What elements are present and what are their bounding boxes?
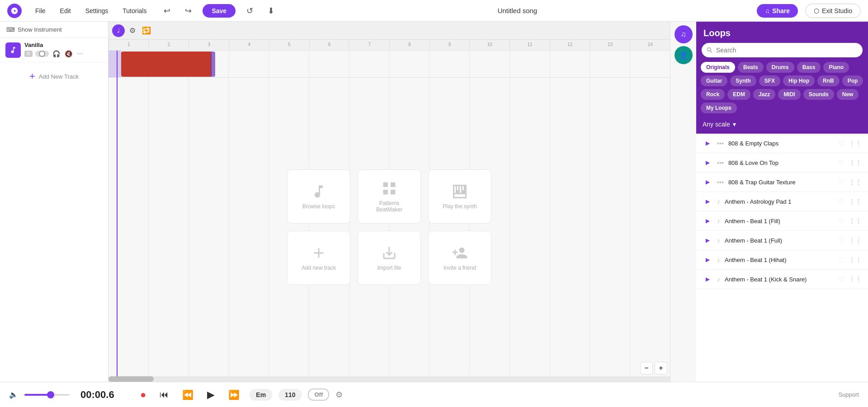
track-icon xyxy=(5,42,21,58)
download-button[interactable]: ⬇ xyxy=(264,4,278,18)
loop-region-button[interactable]: 🔁 xyxy=(140,24,153,37)
metronome-toggle[interactable]: Off xyxy=(308,388,329,401)
invite-friend-card[interactable]: Invite a friend xyxy=(428,231,491,285)
loop-play-button[interactable]: ▶ xyxy=(703,138,712,148)
app-logo xyxy=(7,4,22,18)
filter-hiphop[interactable]: Hip Hop xyxy=(783,75,815,86)
settings-button[interactable]: ⚙ xyxy=(335,390,343,400)
save-button[interactable]: Save xyxy=(203,4,236,18)
browse-loops-card[interactable]: Browse loops xyxy=(287,169,350,224)
loop-item-3[interactable]: ▶ ▪▪▪ 808 & Trap Guitar Texture ♡ ⋮⋮ xyxy=(696,173,868,192)
scale-selector[interactable]: Any scale ▾ xyxy=(696,118,868,134)
headphone-icon[interactable]: 🎧 xyxy=(52,49,61,58)
loop-music-icon: ♪ xyxy=(717,217,720,225)
volume-knob[interactable] xyxy=(35,51,49,57)
loop-music-icon: ♪ xyxy=(717,276,720,283)
play-synth-card[interactable]: Play the synth xyxy=(428,169,491,224)
loop-play-button[interactable]: ▶ xyxy=(703,158,712,168)
ruler-mark-13: 13 xyxy=(590,40,630,49)
loop-item-7[interactable]: ▶ ♪ Anthem - Beat 1 (Hihat) ♡ ⋮⋮ xyxy=(696,250,868,270)
exit-button[interactable]: ⬡ Exit Studio xyxy=(805,4,861,18)
metronome-button[interactable]: ♩ xyxy=(112,24,125,37)
import-file-card[interactable]: Import file xyxy=(358,231,421,285)
skip-back-button[interactable]: ⏮ xyxy=(156,388,172,402)
loop-item-5[interactable]: ▶ ♪ Anthem - Beat 1 (Fill) ♡ ⋮⋮ xyxy=(696,211,868,231)
loop-play-button[interactable]: ▶ xyxy=(703,196,712,206)
nav-tutorials[interactable]: Tutorials xyxy=(116,5,153,17)
add-track-card[interactable]: Add new track xyxy=(287,231,350,285)
redo-button[interactable]: ↪ xyxy=(181,4,195,18)
support-link[interactable]: Support xyxy=(838,391,859,398)
loop-play-button[interactable]: ▶ xyxy=(703,255,712,265)
filter-edm[interactable]: EDM xyxy=(727,89,750,100)
filter-bass[interactable]: Bass xyxy=(797,62,821,73)
loop-favorite-button[interactable]: ♡ xyxy=(838,275,844,284)
timeline-settings-button[interactable]: ⚙ xyxy=(127,24,137,37)
zoom-out-button[interactable]: − xyxy=(640,362,653,374)
nav-file[interactable]: File xyxy=(29,5,52,17)
loop-trim-handle[interactable] xyxy=(211,51,215,77)
empty-state: Browse loops Patterns BeatMaker Play the… xyxy=(108,78,670,376)
more-icon[interactable]: ⋯ xyxy=(76,49,84,58)
loop-wave-icon: ▪▪▪ xyxy=(717,140,724,147)
collaborator-button[interactable]: 👤 xyxy=(675,46,693,64)
filter-beats[interactable]: Beats xyxy=(738,62,764,73)
loop-item-4[interactable]: ▶ ♪ Anthem - Astrology Pad 1 ♡ ⋮⋮ xyxy=(696,192,868,211)
loop-play-button[interactable]: ▶ xyxy=(703,216,712,226)
filter-midi[interactable]: MIDI xyxy=(778,89,800,100)
loop-favorite-button[interactable]: ♡ xyxy=(838,256,844,264)
record-button[interactable]: ● xyxy=(137,387,150,402)
loops-panel-button[interactable]: ♫ xyxy=(675,25,693,43)
zoom-in-button[interactable]: + xyxy=(655,362,667,374)
loop-favorite-button[interactable]: ♡ xyxy=(838,178,844,187)
loop-play-button[interactable]: ▶ xyxy=(703,274,712,284)
drag-handle-icon: ⋮⋮ xyxy=(849,178,862,186)
play-button[interactable]: ▶ xyxy=(203,387,218,402)
loop-favorite-button[interactable]: ♡ xyxy=(838,159,844,167)
loop-favorite-button[interactable]: ♡ xyxy=(838,197,844,206)
filter-jazz[interactable]: Jazz xyxy=(753,89,775,100)
record-arm-button[interactable]: R xyxy=(24,51,33,57)
filter-rnb[interactable]: RnB xyxy=(817,75,840,86)
filter-rock[interactable]: Rock xyxy=(701,89,725,100)
loops-search-input[interactable] xyxy=(702,43,863,57)
loop-favorite-button[interactable]: ♡ xyxy=(838,236,844,245)
rewind-button[interactable]: ⏪ xyxy=(179,388,197,402)
add-track-button[interactable]: + Add New Track xyxy=(0,64,108,89)
master-volume-slider[interactable] xyxy=(24,394,70,396)
loop-block[interactable] xyxy=(121,51,212,77)
filter-piano[interactable]: Piano xyxy=(823,62,849,73)
filter-sounds[interactable]: Sounds xyxy=(803,89,834,100)
patterns-beatmaker-card[interactable]: Patterns BeatMaker xyxy=(358,169,421,224)
loop-item-6[interactable]: ▶ ♪ Anthem - Beat 1 (Full) ♡ ⋮⋮ xyxy=(696,231,868,250)
filter-synth[interactable]: Synth xyxy=(730,75,756,86)
loop-item-2[interactable]: ▶ ▪▪▪ 808 & Love On Top ♡ ⋮⋮ xyxy=(696,153,868,173)
mute-icon[interactable]: 🔇 xyxy=(64,49,73,58)
filter-myloops[interactable]: My Loops xyxy=(701,103,737,113)
nav-edit[interactable]: Edit xyxy=(54,5,77,17)
filter-pop[interactable]: Pop xyxy=(842,75,863,86)
loop-play-button[interactable]: ▶ xyxy=(703,177,712,187)
loop-favorite-button[interactable]: ♡ xyxy=(838,139,844,148)
loop-item-8[interactable]: ▶ ♪ Anthem - Beat 1 (Kick & Snare) ♡ ⋮⋮ xyxy=(696,270,868,289)
exit-icon: ⬡ xyxy=(814,7,819,14)
loop-button[interactable]: ↺ xyxy=(243,4,257,18)
track-lane-1 xyxy=(108,51,670,78)
loop-item-1[interactable]: ▶ ▪▪▪ 808 & Empty Claps ♡ ⋮⋮ xyxy=(696,134,868,153)
show-instrument-toggle[interactable]: ⌨ Show Instrument xyxy=(0,22,108,38)
filter-new[interactable]: New xyxy=(837,89,859,100)
nav-settings[interactable]: Settings xyxy=(79,5,115,17)
scrollbar-thumb[interactable] xyxy=(108,376,154,382)
undo-button[interactable]: ↩ xyxy=(160,4,174,18)
loop-favorite-button[interactable]: ♡ xyxy=(838,217,844,225)
filter-guitar[interactable]: Guitar xyxy=(701,75,727,86)
filter-drums[interactable]: Drums xyxy=(766,62,794,73)
filter-sfx[interactable]: SFX xyxy=(759,75,780,86)
filter-originals[interactable]: Originals xyxy=(701,62,735,73)
horizontal-scrollbar[interactable] xyxy=(108,376,670,382)
share-button[interactable]: ♫ Share xyxy=(757,4,798,18)
selection-highlight xyxy=(108,51,121,77)
fast-forward-button[interactable]: ⏩ xyxy=(225,388,243,402)
loop-play-button[interactable]: ▶ xyxy=(703,235,712,245)
loop-wave-icon: ▪▪▪ xyxy=(717,178,724,186)
